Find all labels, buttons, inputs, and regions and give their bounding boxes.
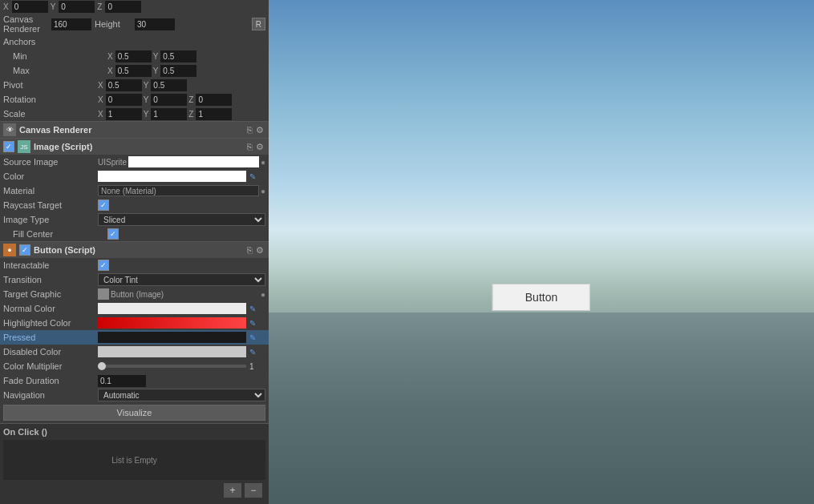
width-height-row: Canvas Renderer Height R: [0, 14, 269, 34]
disabled-color-label: Disabled Color: [3, 347, 98, 357]
ground-background: [269, 312, 814, 504]
pos-x-input[interactable]: [12, 1, 48, 13]
normal-color-label: Normal Color: [3, 304, 98, 313]
pos-y-input[interactable]: [59, 1, 95, 13]
raycast-target-checkbox[interactable]: ✓: [98, 200, 109, 211]
normal-color-row: Normal Color ✎: [0, 301, 269, 316]
fill-center-row: Fill Center ✓: [0, 227, 269, 241]
image-script-enabled-checkbox[interactable]: ✓: [3, 141, 14, 152]
pressed-color-picker-btn[interactable]: ✎: [248, 333, 257, 342]
rotation-x-input[interactable]: [106, 94, 142, 106]
pos-y-label: Y: [51, 2, 56, 11]
pivot-x-input[interactable]: [106, 79, 142, 91]
color-multiplier-thumb[interactable]: [98, 362, 106, 370]
anchors-min-x-input[interactable]: [115, 50, 152, 62]
pos-size-row: X Y Z: [0, 0, 269, 14]
material-row: Material None (Material) ●: [0, 183, 269, 198]
scale-label: Scale: [3, 109, 98, 119]
transition-label: Transition: [3, 275, 98, 284]
color-multiplier-value: 1: [249, 362, 265, 371]
pressed-color-swatch[interactable]: [98, 332, 246, 343]
material-field[interactable]: None (Material): [98, 185, 259, 196]
scale-y-input[interactable]: [151, 108, 187, 120]
anchors-label: Anchors: [3, 37, 98, 46]
anchors-max-x-input[interactable]: [115, 65, 152, 77]
material-circle[interactable]: ●: [261, 187, 265, 196]
remove-onclick-button[interactable]: −: [245, 483, 262, 498]
pivot-y-input[interactable]: [151, 79, 187, 91]
r-button[interactable]: R: [252, 18, 265, 30]
pivot-values: X Y: [98, 79, 265, 91]
canvas-renderer-copy-btn[interactable]: ⎘: [245, 125, 254, 135]
height-input[interactable]: [135, 18, 175, 30]
color-multiplier-row: Color Multiplier 1: [0, 359, 269, 373]
canvas-renderer-title: Canvas Renderer: [19, 125, 245, 135]
rotation-row: Rotation X Y Z: [0, 92, 269, 107]
fade-duration-input[interactable]: [98, 375, 146, 387]
scale-row: Scale X Y Z: [0, 107, 269, 121]
image-type-row: Image Type Sliced: [0, 212, 269, 227]
source-image-circle[interactable]: ●: [261, 158, 265, 167]
rotation-z-input[interactable]: [196, 94, 232, 106]
image-script-copy-btn[interactable]: ⎘: [245, 142, 254, 151]
navigation-dropdown[interactable]: Automatic: [98, 389, 265, 401]
scale-values: X Y Z: [98, 108, 265, 120]
image-type-label: Image Type: [3, 215, 98, 224]
button-script-copy-btn[interactable]: ⎘: [245, 245, 254, 255]
anchors-min-values: X Y: [107, 50, 265, 62]
source-image-field[interactable]: [128, 156, 259, 167]
pos-z-label: Z: [97, 2, 102, 11]
pos-z-input[interactable]: [105, 1, 141, 13]
normal-color-swatch[interactable]: [98, 303, 246, 314]
target-graphic-value: Button (Image): [111, 290, 259, 299]
anchors-min-row: Min X Y: [0, 49, 269, 63]
color-picker-btn[interactable]: ✎: [248, 172, 257, 181]
button-script-title: Button (Script): [34, 245, 245, 255]
rotation-label: Rotation: [3, 95, 98, 104]
width-label: Canvas Renderer: [3, 14, 51, 34]
fill-center-label: Fill Center: [13, 229, 107, 239]
highlighted-color-row: Highlighted Color ✎: [0, 316, 269, 330]
highlighted-color-swatch[interactable]: [98, 317, 246, 329]
navigation-label: Navigation: [3, 390, 98, 400]
source-image-row: Source Image UISprite ●: [0, 155, 269, 169]
normal-color-picker-btn[interactable]: ✎: [248, 304, 257, 313]
scale-x-input[interactable]: [106, 108, 142, 120]
image-script-gear-btn[interactable]: ⚙: [254, 142, 265, 152]
scene-button[interactable]: Button: [492, 284, 590, 311]
button-script-gear-btn[interactable]: ⚙: [254, 245, 265, 256]
interactable-checkbox[interactable]: ✓: [98, 260, 109, 271]
disabled-color-row: Disabled Color ✎: [0, 345, 269, 359]
onclick-section: On Click () List is Empty + −: [0, 423, 269, 504]
color-row: Color ✎: [0, 169, 269, 183]
canvas-renderer-header: 👁 Canvas Renderer ⎘ ⚙: [0, 121, 269, 138]
scale-z-input[interactable]: [196, 108, 232, 120]
button-script-enabled-checkbox[interactable]: ✓: [19, 244, 30, 256]
highlighted-color-picker-btn[interactable]: ✎: [248, 319, 257, 328]
target-graphic-thumbnail: [98, 288, 109, 300]
image-script-icon: JS: [18, 140, 30, 153]
navigation-row: Navigation Automatic: [0, 388, 269, 402]
transition-dropdown[interactable]: Color Tint: [98, 273, 265, 286]
anchors-max-y-input[interactable]: [160, 65, 196, 77]
width-input[interactable]: [51, 18, 91, 30]
add-onclick-button[interactable]: +: [224, 483, 241, 498]
material-value: None (Material): [101, 187, 156, 196]
button-script-header: ● ✓ Button (Script) ⎘ ⚙: [0, 241, 269, 258]
image-type-dropdown[interactable]: Sliced: [98, 213, 265, 226]
interactable-label: Interactable: [3, 260, 98, 270]
disabled-color-swatch[interactable]: [98, 346, 246, 357]
color-multiplier-slider-container: 1: [98, 362, 265, 371]
color-swatch[interactable]: [98, 171, 246, 182]
fill-center-checkbox[interactable]: ✓: [107, 228, 119, 240]
canvas-renderer-gear-btn[interactable]: ⚙: [254, 125, 265, 135]
target-graphic-label: Target Graphic: [3, 289, 98, 299]
disabled-color-picker-btn[interactable]: ✎: [248, 348, 257, 357]
visualize-button[interactable]: Visualize: [3, 405, 265, 421]
material-label: Material: [3, 186, 98, 196]
anchors-min-y-input[interactable]: [160, 50, 196, 62]
canvas-renderer-icon: 👁: [3, 123, 16, 136]
target-graphic-circle[interactable]: ●: [261, 290, 265, 299]
color-multiplier-track[interactable]: [98, 365, 246, 368]
rotation-y-input[interactable]: [151, 94, 187, 106]
